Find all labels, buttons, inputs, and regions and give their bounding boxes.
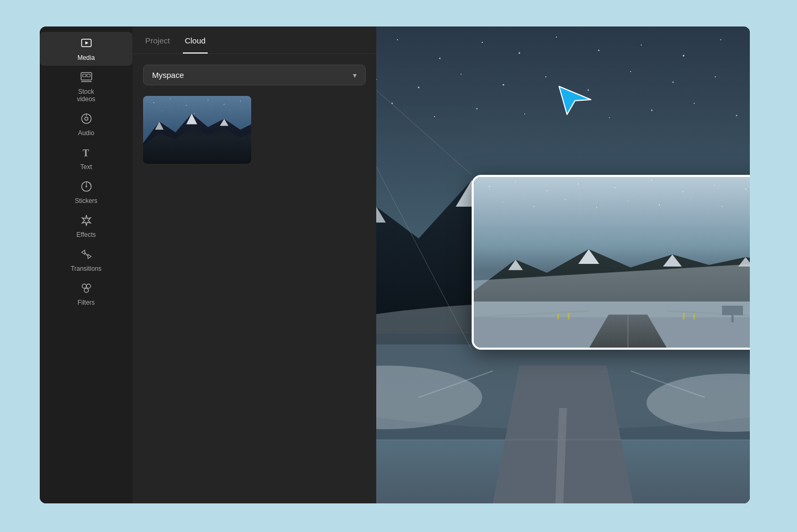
svg-rect-120 bbox=[731, 315, 733, 323]
sidebar-item-label-transitions: Transitions bbox=[70, 265, 101, 272]
svg-point-18 bbox=[154, 102, 155, 103]
svg-point-85 bbox=[546, 190, 547, 191]
chevron-down-icon: ▾ bbox=[353, 71, 357, 79]
svg-rect-3 bbox=[83, 74, 86, 77]
svg-point-33 bbox=[397, 39, 398, 40]
svg-point-34 bbox=[439, 58, 441, 59]
svg-point-46 bbox=[461, 74, 462, 75]
media-icon bbox=[80, 37, 93, 52]
thumbnail-image bbox=[143, 96, 251, 164]
sidebar-item-label-filters: Filters bbox=[77, 299, 95, 306]
svg-point-25 bbox=[194, 113, 194, 113]
transitions-icon bbox=[80, 248, 93, 263]
svg-point-99 bbox=[690, 198, 692, 199]
media-grid bbox=[143, 96, 366, 164]
svg-point-89 bbox=[683, 191, 684, 192]
tab-project[interactable]: Project bbox=[143, 26, 172, 54]
svg-point-20 bbox=[186, 105, 187, 106]
svg-point-24 bbox=[162, 111, 162, 111]
svg-point-100 bbox=[722, 206, 723, 207]
dropdown-value: Myspace bbox=[152, 70, 184, 79]
svg-rect-118 bbox=[693, 314, 695, 320]
stickers-icon bbox=[80, 180, 93, 195]
svg-point-39 bbox=[641, 45, 642, 46]
svg-point-35 bbox=[482, 42, 483, 43]
panel-content: Myspace ▾ bbox=[132, 54, 376, 503]
sidebar: Media Stockvideos Audio bbox=[40, 26, 132, 503]
svg-point-83 bbox=[489, 186, 490, 187]
app-window: Media Stockvideos Audio bbox=[40, 26, 750, 503]
sidebar-item-label-text: Text bbox=[80, 163, 92, 171]
cursor-arrow bbox=[556, 84, 594, 116]
sidebar-item-effects[interactable]: Effects bbox=[40, 209, 132, 243]
panel-tabs: Project Cloud bbox=[132, 26, 376, 54]
svg-point-19 bbox=[170, 99, 170, 99]
svg-point-58 bbox=[524, 113, 525, 114]
svg-point-40 bbox=[683, 55, 685, 57]
svg-rect-115 bbox=[568, 313, 570, 320]
media-thumbnail-mountain[interactable] bbox=[143, 96, 251, 164]
svg-point-86 bbox=[578, 183, 579, 184]
zoom-preview-card bbox=[472, 175, 750, 350]
svg-point-98 bbox=[659, 205, 660, 206]
svg-point-16 bbox=[84, 288, 88, 292]
effects-icon bbox=[80, 214, 93, 229]
sidebar-item-transitions[interactable]: Transitions bbox=[40, 243, 132, 277]
svg-point-38 bbox=[598, 50, 600, 51]
svg-point-94 bbox=[533, 206, 534, 207]
sidebar-item-label-media: Media bbox=[77, 54, 95, 61]
svg-marker-121 bbox=[559, 86, 591, 114]
media-panel: Project Cloud Myspace ▾ bbox=[132, 26, 376, 503]
svg-point-63 bbox=[736, 115, 738, 117]
svg-point-51 bbox=[672, 82, 674, 83]
svg-point-47 bbox=[503, 84, 504, 86]
svg-rect-116 bbox=[557, 314, 559, 320]
main-canvas bbox=[376, 26, 750, 503]
svg-point-91 bbox=[745, 189, 746, 190]
svg-point-7 bbox=[85, 117, 88, 120]
filters-icon bbox=[80, 282, 93, 297]
svg-point-37 bbox=[556, 37, 557, 38]
svg-line-13 bbox=[85, 252, 88, 256]
text-icon: T bbox=[80, 146, 93, 161]
svg-point-45 bbox=[418, 87, 420, 88]
svg-point-23 bbox=[240, 101, 241, 101]
svg-point-61 bbox=[651, 110, 653, 111]
svg-point-84 bbox=[515, 182, 516, 183]
sidebar-item-label-stickers: Stickers bbox=[75, 197, 98, 205]
svg-rect-117 bbox=[683, 313, 685, 320]
sidebar-item-audio[interactable]: Audio bbox=[40, 107, 132, 141]
svg-point-60 bbox=[609, 117, 610, 118]
svg-point-15 bbox=[86, 284, 91, 288]
sidebar-item-stickers[interactable]: Stickers bbox=[40, 175, 132, 209]
svg-point-26 bbox=[229, 110, 230, 110]
sidebar-item-label-audio: Audio bbox=[78, 129, 94, 137]
svg-point-36 bbox=[519, 52, 520, 54]
svg-point-50 bbox=[630, 71, 631, 72]
svg-point-48 bbox=[545, 76, 546, 77]
sidebar-item-label-effects: Effects bbox=[76, 231, 95, 238]
svg-point-62 bbox=[694, 103, 695, 104]
svg-point-57 bbox=[476, 108, 478, 110]
svg-point-52 bbox=[715, 76, 716, 77]
source-dropdown[interactable]: Myspace ▾ bbox=[143, 65, 366, 85]
svg-point-95 bbox=[565, 199, 566, 200]
svg-point-21 bbox=[208, 100, 208, 100]
svg-point-97 bbox=[627, 201, 628, 202]
svg-point-56 bbox=[434, 116, 435, 117]
sidebar-item-text[interactable]: T Text bbox=[40, 141, 132, 175]
svg-point-87 bbox=[614, 187, 615, 188]
sidebar-item-label-stock: Stockvideos bbox=[77, 88, 95, 103]
svg-point-88 bbox=[651, 180, 652, 181]
audio-icon bbox=[80, 112, 93, 127]
svg-marker-1 bbox=[85, 41, 88, 45]
tab-cloud[interactable]: Cloud bbox=[183, 26, 208, 54]
svg-point-22 bbox=[224, 104, 225, 105]
sidebar-item-stock-videos[interactable]: Stockvideos bbox=[40, 66, 132, 107]
svg-point-55 bbox=[392, 103, 393, 104]
stock-videos-icon bbox=[80, 71, 93, 86]
svg-text:T: T bbox=[83, 148, 89, 158]
sidebar-item-filters[interactable]: Filters bbox=[40, 277, 132, 311]
svg-point-90 bbox=[714, 185, 715, 186]
sidebar-item-media[interactable]: Media bbox=[40, 32, 132, 66]
